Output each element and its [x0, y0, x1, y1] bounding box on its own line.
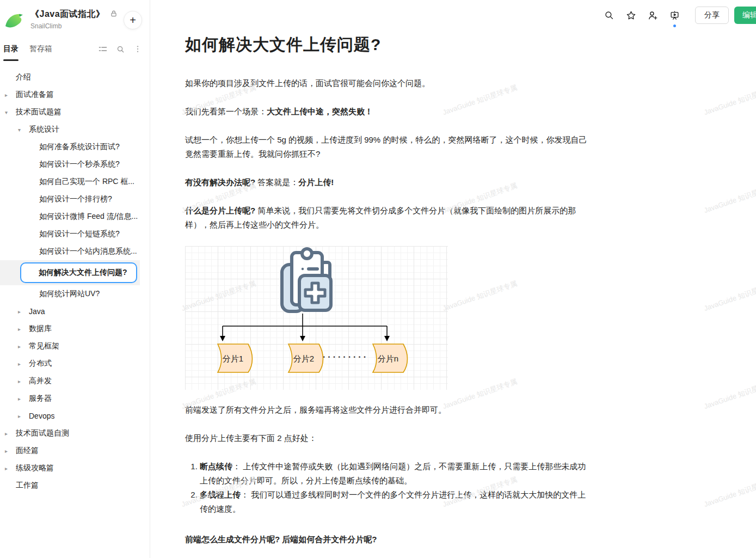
chevron-right-icon[interactable]: ▸	[18, 326, 29, 332]
chevron-right-icon[interactable]: ▸	[18, 413, 29, 419]
watermark: JavaGuide 知识星球专属	[703, 279, 756, 314]
present-button[interactable]	[666, 7, 683, 24]
chevron-right-icon[interactable]: ▸	[18, 378, 29, 384]
paragraph: 有没有解决办法呢? 答案就是：分片上传!	[185, 175, 591, 189]
search-icon	[604, 10, 614, 20]
chunk-label: 分片n	[378, 354, 398, 363]
paragraph: 如果你的项目涉及到文件上传的话，面试官很可能会问你这个问题。	[185, 76, 591, 90]
outline-list-icon[interactable]	[99, 45, 107, 53]
main-area: JavaGuide 知识星球专属JavaGuide 知识星球专属JavaGuid…	[150, 0, 756, 558]
chevron-right-icon[interactable]: ▸	[18, 361, 29, 367]
tree-item[interactable]: ▸面试准备篇	[0, 86, 150, 103]
book-title: 《Java面试指北》	[30, 9, 105, 20]
ellipsis-dots: ·········	[323, 352, 368, 361]
file-add-icon	[282, 249, 331, 311]
share-button[interactable]: 分享	[695, 7, 729, 24]
more-vertical-icon[interactable]	[133, 45, 142, 53]
sidebar-search-icon[interactable]	[116, 45, 125, 53]
plus-icon: +	[130, 14, 136, 27]
edit-button[interactable]: 编辑	[734, 7, 756, 24]
connector-arrows	[223, 314, 387, 336]
star-icon	[626, 10, 636, 21]
paragraph: 我们先看第一个场景：大文件上传中途，突然失败！	[185, 105, 591, 119]
tree-item[interactable]: 如何准备系统设计面试?	[0, 138, 150, 156]
tree-item[interactable]: 如何统计网站UV?	[0, 285, 150, 303]
document-body: 如何解决大文件上传问题? 如果你的项目涉及到文件上传的话，面试官很可能会问你这个…	[185, 0, 591, 547]
lock-icon	[110, 10, 118, 20]
toc-tree: 介绍 ▸面试准备篇 ▾技术面试题篇 ▾系统设计 如何准备系统设计面试? 如何设计…	[0, 61, 150, 558]
search-button[interactable]	[600, 7, 618, 24]
watermark: JavaGuide 知识星球专属	[703, 475, 756, 510]
chevron-right-icon[interactable]: ▸	[18, 309, 29, 315]
tree-item[interactable]: ▸练级攻略篇	[0, 459, 150, 477]
chevron-down-icon[interactable]: ▾	[18, 127, 29, 133]
presentation-icon	[669, 10, 680, 21]
list-item: 多线程上传： 我们可以通过多线程同时对一个文件的多个文件分片进行上传，这样的话就…	[200, 488, 591, 516]
tree-item[interactable]: ▸常见框架	[0, 338, 150, 355]
tree-item[interactable]: ▸面经篇	[0, 442, 150, 459]
tree-item[interactable]: ▸服务器	[0, 390, 150, 407]
active-item-highlight[interactable]: 如何解决大文件上传问题?	[20, 262, 137, 283]
tree-item[interactable]: 如何设计微博 Feed 流/信息...	[0, 208, 150, 225]
tree-item[interactable]: ▸Java	[0, 303, 150, 320]
favorite-button[interactable]	[622, 7, 640, 24]
notification-dot	[673, 24, 676, 27]
file-chunking-image[interactable]: 分片1 分片2 分片n ·········	[185, 246, 448, 390]
list-item: 断点续传： 上传文件中途暂停或失败（比如遇到网络问题）之后，不需要重新上传，只需…	[200, 459, 591, 488]
chevron-down-icon[interactable]: ▾	[5, 109, 16, 115]
chevron-right-icon[interactable]: ▸	[18, 344, 29, 349]
benefits-list: 断点续传： 上传文件中途暂停或失败（比如遇到网络问题）之后，不需要重新上传，只需…	[185, 459, 591, 516]
tab-toc[interactable]: 目录	[3, 37, 19, 61]
person-add-icon	[648, 10, 658, 21]
tree-item[interactable]: ▸数据库	[0, 320, 150, 338]
chevron-right-icon[interactable]: ▸	[18, 396, 29, 402]
tree-item[interactable]: 如何设计一个排行榜?	[0, 191, 150, 208]
tree-item[interactable]: 如何设计一个站内消息系统...	[0, 243, 150, 260]
yuque-bird-logo	[3, 10, 25, 32]
tree-item[interactable]: ▾技术面试题篇	[0, 103, 150, 121]
book-header: 《Java面试指北》 SnailClimb +	[0, 0, 150, 37]
tree-item[interactable]: 如何自己实现一个 RPC 框...	[0, 173, 150, 191]
invite-button[interactable]	[644, 7, 661, 24]
sidebar: 《Java面试指北》 SnailClimb + 目录 暂存箱	[0, 0, 150, 558]
paragraph: 前端发送了所有文件分片之后，服务端再将这些文件分片进行合并即可。	[185, 403, 591, 417]
tree-item[interactable]: ▸高并发	[0, 372, 150, 390]
top-actions: 分享 编辑	[600, 7, 756, 24]
sidebar-tabs: 目录 暂存箱	[0, 37, 150, 61]
watermark: JavaGuide 知识星球专属	[703, 181, 756, 216]
paragraph: 前端怎么生成文件分片呢? 后端如何合并文件分片呢?	[185, 532, 591, 547]
chunk-label: 分片2	[293, 354, 314, 363]
tree-item[interactable]: 如何设计一个秒杀系统?	[0, 156, 150, 173]
tree-item[interactable]: 介绍	[0, 69, 150, 86]
app: 《Java面试指北》 SnailClimb + 目录 暂存箱	[0, 0, 756, 558]
tab-drafts[interactable]: 暂存箱	[29, 37, 52, 61]
chunk-label: 分片1	[223, 354, 243, 363]
watermark: JavaGuide 知识星球专属	[703, 83, 756, 118]
paragraph: 什么是分片上传呢? 简单来说，我们只需要先将文件切分成多个文件分片（就像我下面绘…	[185, 204, 591, 232]
chevron-right-icon[interactable]: ▸	[5, 92, 16, 98]
tree-item[interactable]: 如何设计一个短链系统?	[0, 225, 150, 243]
tree-item[interactable]: ▾系统设计	[0, 121, 150, 138]
chevron-right-icon[interactable]: ▸	[5, 431, 16, 437]
tree-item[interactable]: ▸技术面试题自测	[0, 425, 150, 442]
chevron-right-icon[interactable]: ▸	[5, 448, 16, 454]
book-author: SnailClimb	[30, 22, 118, 30]
tree-item[interactable]: 工作篇	[0, 477, 150, 494]
tree-item-active[interactable]: 如何解决大文件上传问题?	[0, 260, 140, 285]
paragraph: 使用分片上传主要有下面 2 点好处：	[185, 431, 591, 445]
tree-item[interactable]: ▸Devops	[0, 407, 150, 425]
tree-item[interactable]: ▸分布式	[0, 355, 150, 372]
watermark: JavaGuide 知识星球专属	[703, 377, 756, 412]
page-title: 如何解决大文件上传问题?	[185, 33, 591, 57]
paragraph: 试想一个，你想上传一个 5g 的视频，上传进度到 99% 的时候，特么的，突然网…	[185, 133, 591, 161]
chevron-right-icon[interactable]: ▸	[5, 465, 16, 471]
add-doc-button[interactable]: +	[124, 11, 142, 29]
